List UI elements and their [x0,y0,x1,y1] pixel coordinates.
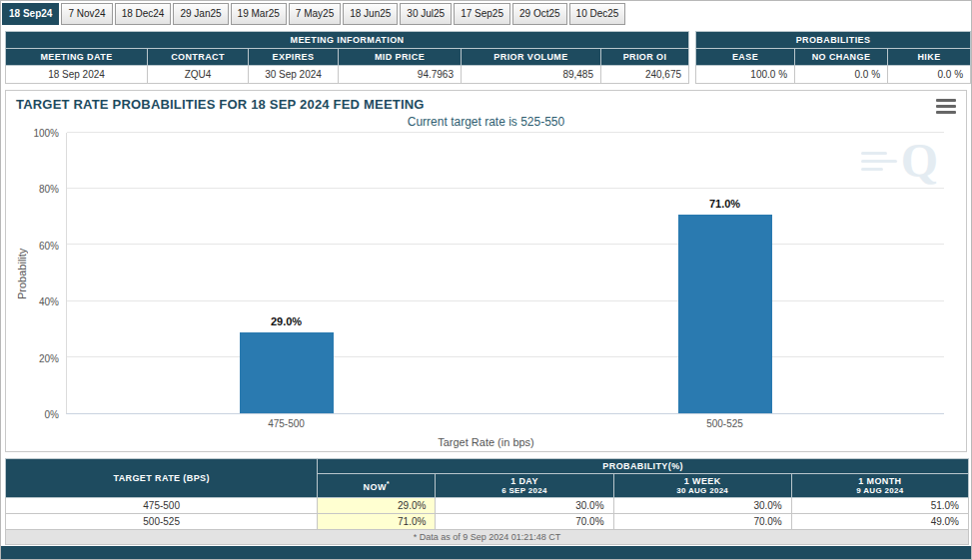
prior-oi-value: 240,675 [601,66,689,84]
now-probability-cell: 29.0% [318,498,436,514]
footer-bar [1,546,971,559]
meeting-info-header-row: MEETING DATE CONTRACT EXPIRES MID PRICE … [6,49,689,66]
meeting-date-tab[interactable]: 7 May25 [289,3,341,25]
x-tick-label: 475-500 [268,418,305,429]
gridline [67,188,944,189]
gridline [67,300,944,301]
now-footnote-marker: * [387,479,390,488]
ease-value: 100.0 % [696,66,795,84]
col-header-meeting-date: MEETING DATE [6,49,148,66]
x-tick-label: 500-525 [706,418,743,429]
chart-export-menu-icon[interactable] [936,97,956,114]
probability-history-table: TARGET RATE (BPS) PROBABILITY(%) NOW* 1 … [5,458,969,545]
col-header-mid-price: MID PRICE [339,49,462,66]
now-probability-cell: 71.0% [318,514,436,530]
col-header-1-month-date: 9 AUG 2024 [796,486,964,495]
meeting-date-tab[interactable]: 17 Sep25 [454,3,510,25]
meeting-date-tab[interactable]: 10 Dec25 [569,3,626,25]
prior-volume-value: 89,485 [462,66,601,84]
target-rate-probability-chart: TARGET RATE PROBABILITIES FOR 18 SEP 202… [5,90,967,452]
bar-500-525[interactable] [678,215,772,414]
col-header-1-day-date: 6 SEP 2024 [440,486,608,495]
probabilities-title: PROBABILITIES [696,32,971,49]
meeting-date-tab[interactable]: 7 Nov24 [61,3,112,25]
y-tick-label: 100% [33,128,59,139]
meeting-date-tab[interactable]: 19 Mar25 [231,3,287,25]
y-tick-label: 0% [45,409,59,420]
one-week-probability-cell: 70.0% [613,514,791,530]
watermark-q-letter: Q [901,139,938,183]
bar-value-label: 71.0% [709,198,740,210]
gridline [67,132,944,133]
fedwatch-tool-page: 18 Sep24 7 Nov24 18 Dec24 29 Jan25 19 Ma… [0,0,972,560]
probabilities-table: PROBABILITIES EASE NO CHANGE HIKE 100.0 … [695,31,971,84]
hike-value: 0.0 % [888,66,971,84]
plot-area: Q 29.0%475-50071.0%500-525 [66,133,944,414]
gridline [67,244,944,245]
y-tick-label: 60% [39,240,59,251]
col-group-header-probability: PROBABILITY(%) [318,459,969,474]
one-month-probability-cell: 49.0% [791,514,968,530]
meeting-date-tab[interactable]: 18 Dec24 [115,3,172,25]
contract-value: ZQU4 [148,66,249,84]
chart-header: TARGET RATE PROBABILITIES FOR 18 SEP 202… [6,91,966,115]
meeting-date-tab[interactable]: 18 Sep24 [2,3,59,25]
col-header-expires: EXPIRES [249,49,339,66]
col-header-contract: CONTRACT [148,49,249,66]
bar-475-500[interactable] [240,332,334,413]
x-axis-title: Target Rate (in bps) [6,436,966,448]
meeting-date-tab[interactable]: 29 Oct25 [512,3,567,25]
col-header-now: NOW* [318,474,436,498]
meeting-information-title: MEETING INFORMATION [6,32,689,49]
col-header-no-change: NO CHANGE [795,49,888,66]
col-header-target-rate: TARGET RATE (BPS) [6,459,318,498]
meeting-date-tabs: 18 Sep24 7 Nov24 18 Dec24 29 Jan25 19 Ma… [1,1,971,25]
probabilities-value-row: 100.0 % 0.0 % 0.0 % [696,66,971,84]
target-rate-cell: 500-525 [6,514,318,530]
y-tick-label: 20% [39,352,59,363]
one-day-probability-cell: 70.0% [436,514,613,530]
col-header-1-day: 1 DAY 6 SEP 2024 [436,474,613,498]
bar-value-label: 29.0% [271,315,302,327]
table-row: 475-500 29.0% 30.0% 30.0% 51.0% [6,498,969,514]
history-group-header-row: TARGET RATE (BPS) PROBABILITY(%) [6,459,969,474]
y-axis-labels: 0%20%40%60%80%100% [30,133,66,414]
data-as-of-footnote: * Data as of 9 Sep 2024 01:21:48 CT [6,530,969,545]
one-day-probability-cell: 30.0% [436,498,613,514]
mid-price-value: 94.7963 [339,66,462,84]
col-header-hike: HIKE [888,49,971,66]
meeting-date-tab[interactable]: 29 Jan25 [173,3,228,25]
col-header-1-month: 1 MONTH 9 AUG 2024 [791,474,968,498]
meeting-information-table: MEETING INFORMATION MEETING DATE CONTRAC… [5,31,689,84]
no-change-value: 0.0 % [795,66,888,84]
meeting-date-value: 18 Sep 2024 [6,66,148,84]
one-week-probability-cell: 30.0% [613,498,791,514]
meeting-info-value-row: 18 Sep 2024 ZQU4 30 Sep 2024 94.7963 89,… [6,66,689,84]
target-rate-cell: 475-500 [6,498,318,514]
plot-wrap: Q 29.0%475-50071.0%500-525 [66,133,944,414]
col-header-prior-volume: PRIOR VOLUME [462,49,601,66]
col-header-prior-oi: PRIOR OI [601,49,689,66]
chart-body: Probability 0%20%40%60%80%100% Q 29.0%47… [14,133,944,414]
meeting-date-tab[interactable]: 18 Jun25 [343,3,398,25]
col-header-1-week-date: 30 AUG 2024 [618,486,787,495]
one-month-probability-cell: 51.0% [791,498,968,514]
quikstrike-watermark-icon: Q [861,139,938,183]
probabilities-header-row: EASE NO CHANGE HIKE [696,49,971,66]
footnote-row: * Data as of 9 Sep 2024 01:21:48 CT [6,530,969,545]
watermark-speed-lines-icon [861,152,897,171]
y-axis-title: Probability [14,133,30,414]
chart-title: TARGET RATE PROBABILITIES FOR 18 SEP 202… [16,97,425,112]
meeting-date-tab[interactable]: 30 Jul25 [400,3,452,25]
y-tick-label: 80% [39,184,59,195]
top-summary-tables: MEETING INFORMATION MEETING DATE CONTRAC… [1,25,971,86]
gridline [67,356,944,357]
expires-value: 30 Sep 2024 [249,66,339,84]
table-row: 500-525 71.0% 70.0% 70.0% 49.0% [6,514,969,530]
chart-subtitle: Current target rate is 525-550 [6,115,966,131]
col-header-1-week: 1 WEEK 30 AUG 2024 [613,474,791,498]
y-tick-label: 40% [39,296,59,307]
col-header-ease: EASE [696,49,795,66]
